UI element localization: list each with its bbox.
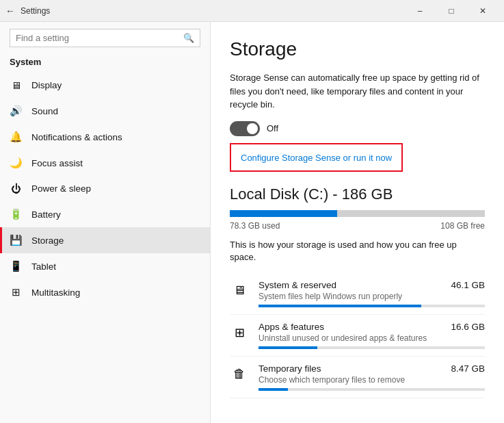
sidebar-item-tablet[interactable]: 📱 Tablet (0, 253, 210, 279)
disk-title: Local Disk (C:) - 186 GB (230, 185, 485, 203)
back-button[interactable]: ← (5, 5, 15, 16)
disk-bar-fill (230, 210, 337, 217)
disk-description: This is how your storage is used and how… (230, 239, 485, 264)
sidebar-item-multitasking[interactable]: ⊞ Multitasking (0, 279, 210, 305)
window-controls: – □ ✕ (404, 0, 499, 22)
sidebar-item-sound[interactable]: 🔊 Sound (0, 98, 210, 124)
storage-bar-system (258, 305, 485, 307)
storage-icon-temp: 🗑 (230, 365, 249, 384)
sidebar-item-display[interactable]: 🖥 Display (0, 73, 210, 98)
sidebar-label-tablet: Tablet (31, 261, 56, 272)
storage-desc-temp: Choose which temporary files to remove (258, 375, 485, 385)
storage-size-temp: 8.47 GB (451, 363, 485, 374)
main-layout: 🔍 System 🖥 Display 🔊 Sound 🔔 Notificatio… (0, 22, 504, 423)
disk-bar-labels: 78.3 GB used 108 GB free (230, 221, 485, 231)
storage-info-temp: Temporary files 8.47 GB Choose which tem… (258, 363, 485, 391)
storage-icon-apps: ⊞ (230, 323, 249, 342)
sidebar: 🔍 System 🖥 Display 🔊 Sound 🔔 Notificatio… (0, 22, 211, 423)
disk-free-label: 108 GB free (440, 221, 485, 231)
storage-icon-system: 🖥 (230, 281, 249, 300)
sidebar-item-notifications[interactable]: 🔔 Notifications & actions (0, 124, 210, 150)
title-bar-label: Settings (21, 6, 404, 16)
sidebar-item-battery[interactable]: 🔋 Battery (0, 201, 210, 227)
sidebar-item-focus[interactable]: 🌙 Focus assist (0, 150, 210, 176)
storage-item-system: 🖥 System & reserved 46.1 GB System files… (230, 273, 485, 315)
storage-info-system: System & reserved 46.1 GB System files h… (258, 280, 485, 307)
sidebar-label-multitasking: Multitasking (31, 287, 80, 298)
maximize-button[interactable]: □ (436, 0, 467, 22)
sidebar-icon-sound: 🔊 (10, 105, 22, 117)
configure-link[interactable]: Configure Storage Sense or run it now (241, 153, 392, 163)
storage-sense-toggle-row: Off (230, 121, 485, 136)
storage-item-apps: ⊞ Apps & features 16.6 GB Uninstall unus… (230, 315, 485, 357)
storage-desc-system: System files help Windows run properly (258, 292, 485, 301)
configure-link-box: Configure Storage Sense or run it now (230, 143, 403, 172)
sidebar-label-sound: Sound (31, 106, 58, 116)
sidebar-icon-storage: 💾 (10, 234, 22, 246)
close-button[interactable]: ✕ (467, 0, 499, 22)
storage-sense-description: Storage Sense can automatically free up … (230, 71, 485, 112)
sidebar-icon-display: 🖥 (10, 79, 22, 91)
storage-bar-fill-system (258, 305, 421, 307)
toggle-label: Off (267, 123, 278, 133)
storage-items-list: 🖥 System & reserved 46.1 GB System files… (230, 273, 485, 398)
sidebar-label-notifications: Notifications & actions (31, 132, 122, 142)
content-panel: Storage Storage Sense can automatically … (211, 22, 504, 423)
sidebar-icon-multitasking: ⊞ (10, 286, 22, 298)
sidebar-icon-tablet: 📱 (10, 260, 22, 272)
sidebar-item-storage[interactable]: 💾 Storage (0, 227, 210, 253)
sidebar-nav: 🖥 Display 🔊 Sound 🔔 Notifications & acti… (0, 73, 210, 305)
page-title: Storage (230, 38, 485, 60)
search-icon: 🔍 (183, 33, 194, 43)
storage-row-system: System & reserved 46.1 GB (258, 280, 485, 290)
storage-desc-apps: Uninstall unused or undesired apps & fea… (258, 333, 485, 343)
sidebar-section-label: System (0, 54, 210, 73)
title-bar: ← Settings – □ ✕ (0, 0, 504, 22)
storage-name-temp[interactable]: Temporary files (258, 363, 321, 374)
sidebar-icon-notifications: 🔔 (10, 131, 22, 143)
storage-bar-fill-apps (258, 346, 317, 349)
sidebar-icon-focus: 🌙 (10, 157, 22, 169)
sidebar-label-battery: Battery (31, 209, 61, 220)
storage-row-temp: Temporary files 8.47 GB (258, 363, 485, 374)
storage-row-apps: Apps & features 16.6 GB (258, 322, 485, 332)
storage-name-system[interactable]: System & reserved (258, 280, 336, 290)
storage-name-apps[interactable]: Apps & features (258, 322, 324, 332)
storage-size-apps: 16.6 GB (451, 322, 485, 332)
storage-bar-fill-temp (258, 388, 288, 391)
toggle-knob (247, 123, 258, 134)
minimize-button[interactable]: – (404, 0, 436, 22)
sidebar-icon-battery: 🔋 (10, 208, 22, 220)
disk-used-label: 78.3 GB used (230, 221, 280, 231)
search-box[interactable]: 🔍 (10, 29, 200, 47)
search-input[interactable] (16, 33, 178, 43)
storage-info-apps: Apps & features 16.6 GB Uninstall unused… (258, 322, 485, 349)
sidebar-item-power[interactable]: ⏻ Power & sleep (0, 176, 210, 201)
storage-size-system: 46.1 GB (451, 280, 485, 290)
storage-item-temp: 🗑 Temporary files 8.47 GB Choose which t… (230, 357, 485, 398)
sidebar-label-display: Display (31, 80, 62, 90)
sidebar-label-power: Power & sleep (31, 183, 91, 194)
storage-sense-toggle[interactable] (230, 121, 260, 136)
storage-bar-temp (258, 388, 485, 391)
sidebar-label-storage: Storage (31, 235, 64, 246)
storage-bar-apps (258, 346, 485, 349)
disk-bar (230, 210, 485, 217)
sidebar-label-focus: Focus assist (31, 158, 83, 168)
sidebar-icon-power: ⏻ (10, 183, 22, 194)
